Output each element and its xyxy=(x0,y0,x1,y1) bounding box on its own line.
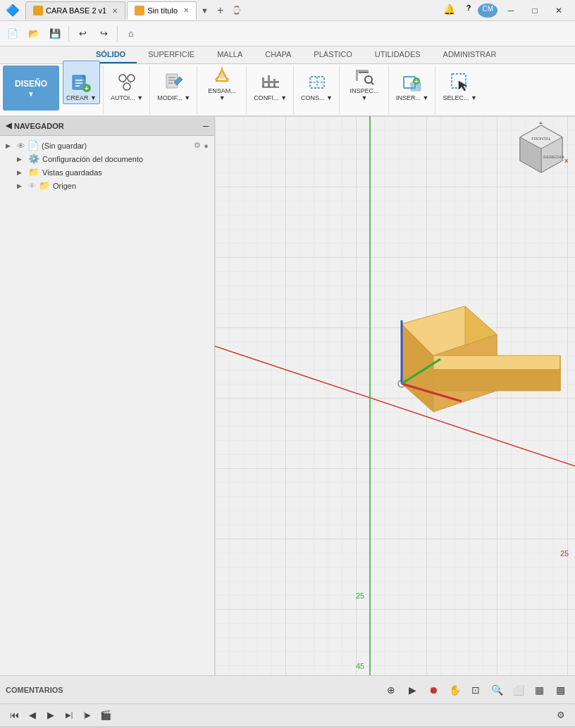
display-mode-2[interactable]: ▦ xyxy=(530,681,548,699)
goto-first-button[interactable]: ⏮ xyxy=(6,707,23,724)
recent-files-icon[interactable]: ⌚ xyxy=(229,6,245,15)
playbar-settings[interactable]: ⚙ xyxy=(552,707,569,724)
save-button[interactable]: 💾 xyxy=(45,24,65,44)
group-inspec: INSPEC... ▼ xyxy=(340,65,389,114)
svg-rect-26 xyxy=(262,87,279,88)
modif-label: MODIF... ▼ xyxy=(157,95,190,102)
tree-arrow-config: ▶ xyxy=(17,156,25,163)
crear-icon: + xyxy=(70,71,92,94)
prev-frame-button[interactable]: ◀ xyxy=(24,707,41,724)
ribbon-inspec-button[interactable]: INSPEC... ▼ xyxy=(343,61,385,104)
tree-overflow-root[interactable]: ● xyxy=(204,142,209,150)
comments-label: COMENTARIOS xyxy=(6,686,63,694)
help-button[interactable]: ? xyxy=(462,4,476,18)
ribbon-modif-button[interactable]: MODIF... ▼ xyxy=(154,61,194,104)
tab-label-sin-titulo: Sin título xyxy=(147,6,178,15)
design-dropdown-arrow: ▼ xyxy=(27,90,35,98)
tab-icon-cara-base xyxy=(33,6,43,15)
3d-viewport[interactable]: 25 50 75 25 45 65 xyxy=(215,116,575,675)
svg-text:+: + xyxy=(85,84,89,92)
new-file-button[interactable]: 📄 xyxy=(3,24,23,44)
inser-icon: + xyxy=(401,71,423,94)
ribbon-inser-button[interactable]: + INSER... ▼ xyxy=(392,61,432,104)
redo-button[interactable]: ↪ xyxy=(94,24,113,44)
tree-settings-root[interactable]: ⚙ xyxy=(194,141,201,150)
zoom-area-button[interactable]: 🔍 xyxy=(488,681,506,699)
selec-icon xyxy=(449,71,471,94)
svg-rect-31 xyxy=(356,70,358,81)
tab-label-cara-base: CARA BASE 2 v1 xyxy=(46,6,106,15)
toolbar-separator-2 xyxy=(117,26,118,42)
tree-item-root[interactable]: ▶ 👁 📄 (Sin guardar) ⚙ ● xyxy=(0,139,214,152)
tree-icon-vistas: 📁 xyxy=(28,167,39,177)
tab-cara-base[interactable]: CARA BASE 2 v1 ✕ xyxy=(25,1,125,20)
svg-rect-16 xyxy=(168,82,173,84)
user-avatar[interactable]: CM xyxy=(478,4,497,18)
maximize-button[interactable]: □ xyxy=(524,4,545,18)
zoom-fit-button[interactable]: ⊡ xyxy=(466,681,485,699)
navigator-title-row: ◀ NAVEGADOR xyxy=(6,121,64,130)
tree-visibility-root[interactable]: 👁 xyxy=(17,142,25,150)
ribbon-ensam-button[interactable]: ENSAM... ▼ xyxy=(201,61,243,104)
ensam-icon xyxy=(211,64,233,87)
ribbon-confi-button[interactable]: CONFI... ▼ xyxy=(250,61,290,104)
ribbon-crear-button[interactable]: + CREAR ▼ xyxy=(63,61,100,104)
tree-item-config[interactable]: ▶ ⚙️ Configuración del documento xyxy=(0,152,214,165)
playback-bar: ⏮ ◀ ▶ ▶| |▶ 🎬 ⚙ xyxy=(0,703,575,726)
svg-point-18 xyxy=(218,72,225,79)
goto-last-button[interactable]: |▶ xyxy=(79,707,96,724)
navigator-collapse-icon[interactable]: ◀ xyxy=(6,121,11,130)
svg-point-7 xyxy=(119,75,126,82)
display-mode-3[interactable]: ▩ xyxy=(551,681,569,699)
view-cube[interactable]: FRONTAL DERECHA Z X xyxy=(513,122,569,178)
group-selec: SELEC... ▼ xyxy=(436,65,483,114)
navigator-minimize-icon[interactable]: ─ xyxy=(203,122,209,130)
group-modif: MODIF... ▼ xyxy=(151,65,197,114)
ribbon-autoi-button[interactable]: AUTOI... ▼ xyxy=(107,61,147,104)
tab-close-sin-titulo[interactable]: ✕ xyxy=(183,6,189,14)
confi-label: CONFI... ▼ xyxy=(254,95,287,102)
tab-dropdown[interactable]: ▼ xyxy=(198,6,211,15)
toolbar-separator-1 xyxy=(68,26,69,42)
tree-visibility-origen[interactable]: 👁 xyxy=(28,182,36,190)
play-button[interactable]: ▶ xyxy=(42,707,59,724)
tree-item-origen[interactable]: ▶ 👁 📁 Origen xyxy=(0,179,214,192)
tree-label-vistas: Vistas guardadas xyxy=(42,168,209,177)
close-button[interactable]: ✕ xyxy=(548,4,569,18)
design-label: DISEÑO xyxy=(15,79,47,89)
group-cons: CONS... ▼ xyxy=(295,65,340,114)
minimize-button[interactable]: ─ xyxy=(500,4,521,18)
bottom-toolbar: COMENTARIOS ⊕ ▶ ⏺ ✋ ⊡ 🔍 ⬜ ▦ ▩ xyxy=(0,675,575,703)
open-file-button[interactable]: 📂 xyxy=(24,24,44,44)
ribbon-selec-button[interactable]: SELEC... ▼ xyxy=(439,61,480,104)
crear-label: CREAR ▼ xyxy=(66,95,97,102)
display-mode-1[interactable]: ⬜ xyxy=(509,681,527,699)
tree-item-vistas[interactable]: ▶ 📁 Vistas guardadas xyxy=(0,165,214,179)
tab-icon-sin-titulo xyxy=(135,6,144,15)
record-button[interactable]: ⏺ xyxy=(424,681,443,699)
next-frame-button[interactable]: ▶| xyxy=(61,707,78,724)
group-inser: + INSER... ▼ xyxy=(390,65,435,114)
tree-arrow-vistas: ▶ xyxy=(17,169,25,176)
playback-controls: ⏮ ◀ ▶ ▶| |▶ 🎬 xyxy=(6,707,114,724)
tree-label-origen: Origen xyxy=(53,182,209,190)
timeline-icon[interactable]: 🎬 xyxy=(97,707,114,724)
pan-tool[interactable]: ✋ xyxy=(445,681,464,699)
svg-text:X: X xyxy=(564,158,569,164)
shape-platform-front xyxy=(433,370,560,391)
svg-rect-14 xyxy=(168,77,175,78)
undo-button[interactable]: ↩ xyxy=(73,24,92,44)
autoi-icon xyxy=(116,71,138,94)
ribbon-cons-button[interactable]: CONS... ▼ xyxy=(297,61,336,104)
design-dropdown[interactable]: DISEÑO ▼ xyxy=(3,65,59,111)
tree-icon-config: ⚙️ xyxy=(28,153,39,164)
navigator-header: ◀ NAVEGADOR ─ xyxy=(0,116,214,136)
add-comment-button[interactable]: ⊕ xyxy=(382,681,400,699)
tab-sin-titulo[interactable]: Sin título ✕ xyxy=(127,1,197,20)
tab-close-cara-base[interactable]: ✕ xyxy=(112,7,118,15)
add-tab-button[interactable]: + xyxy=(213,4,228,17)
shape-platform-top xyxy=(433,356,560,370)
notification-icon[interactable]: 🔔 xyxy=(439,4,459,18)
navigation-tool[interactable]: ▶ xyxy=(403,681,421,699)
home-button[interactable]: ⌂ xyxy=(121,24,141,44)
